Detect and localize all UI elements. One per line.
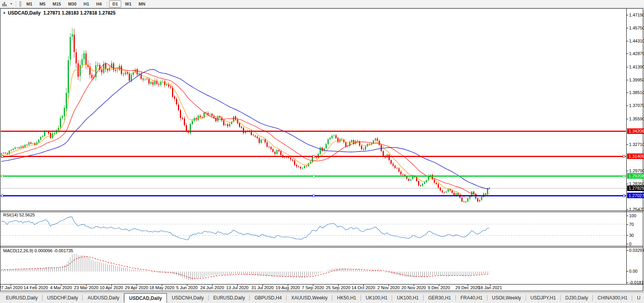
tab-UK100-H1[interactable]: UK100,H1 xyxy=(392,293,423,303)
tab-EURUSD-Daily[interactable]: EURUSD,Daily xyxy=(1,293,43,303)
chart-title-bar: ▼USDCAD,Daily 1.27871 1.28183 1.27818 1.… xyxy=(3,10,115,16)
tab-USDJPY-H1[interactable]: USDJPY,H1 xyxy=(526,293,561,303)
rsi-label: RSI(14) 52.5625 xyxy=(3,212,35,217)
toolbar-separator xyxy=(16,1,16,7)
toolbar-grip[interactable] xyxy=(19,1,21,7)
chart-type-icon[interactable] xyxy=(2,1,9,7)
tab-EURUSD-Daily[interactable]: EURUSD,Daily xyxy=(209,293,250,303)
chart-window[interactable] xyxy=(0,8,643,291)
period-button-H1[interactable]: H1 xyxy=(80,0,92,7)
macd-label: MACD(12,26,9) 0.000096 -0.001735 xyxy=(3,248,73,253)
tab-USDCNH-Daily[interactable]: USDCNH,Daily xyxy=(167,293,208,303)
tab-USOil-Weekly[interactable]: USOil,Weekly xyxy=(487,293,526,303)
tab-AUDUSD-Daily[interactable]: AUDUSD,Daily xyxy=(83,293,124,303)
period-button-M15[interactable]: M15 xyxy=(50,0,64,7)
collapse-triangle-icon[interactable]: ▼ xyxy=(3,11,6,15)
tab-GER30-H1[interactable]: GER30,H1 xyxy=(424,293,456,303)
period-button-M30[interactable]: M30 xyxy=(65,0,80,7)
timeframe-toolbar: ▼ M1M5M15M30H1H4D1W1MN xyxy=(0,0,644,8)
dropdown-caret-icon[interactable]: ▼ xyxy=(10,2,13,5)
tab-USDCHF-Daily[interactable]: USDCHF,Daily xyxy=(43,293,83,303)
chart-ohlc-values: 1.27871 1.28183 1.27818 1.27825 xyxy=(43,10,116,16)
mt4-terminal: ▼ M1M5M15M30H1H4D1W1MN 1.471901.457501.4… xyxy=(0,0,644,303)
period-button-W1[interactable]: W1 xyxy=(122,0,135,7)
period-button-MN[interactable]: MN xyxy=(135,0,148,7)
tab-GBPUSD-H4[interactable]: GBPUSD,H4 xyxy=(250,293,286,303)
chart-tabs-bar: EURUSD,DailyUSDCHF,DailyAUDUSD,DailyUSDC… xyxy=(0,292,644,303)
tab-HK50-H1[interactable]: HK50,H1 xyxy=(332,293,361,303)
period-button-M1[interactable]: M1 xyxy=(23,0,35,7)
period-button-M5[interactable]: M5 xyxy=(36,0,48,7)
tab-FRA40-H1[interactable]: FRA40,H1 xyxy=(456,293,487,303)
tab-DJ30-Daily[interactable]: DJ30,Daily xyxy=(561,293,593,303)
period-button-H4[interactable]: H4 xyxy=(93,0,105,7)
tab-XAUUSD-Weekly[interactable]: XAUUSD,Weekly xyxy=(287,293,332,303)
tab-CHINA300-H1[interactable]: CHINA300,H1 xyxy=(593,293,632,303)
toolbar-separator xyxy=(107,1,107,7)
tab-USDCAD-Daily[interactable]: USDCAD,Daily xyxy=(124,293,167,303)
period-button-D1[interactable]: D1 xyxy=(109,0,121,7)
chart-symbol-period: USDCAD,Daily xyxy=(8,10,41,16)
tab-UK100-H1[interactable]: UK100,H1 xyxy=(361,293,392,303)
tab-U[interactable]: U xyxy=(632,293,644,303)
